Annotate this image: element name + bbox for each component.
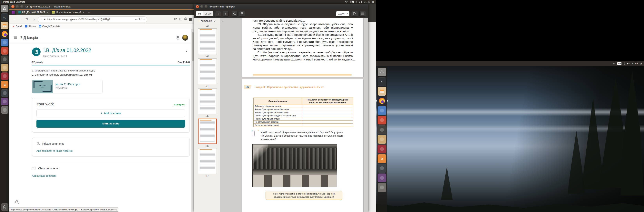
app-dark-dock-icon[interactable] [378,125,386,134]
wifi-icon[interactable] [612,62,616,65]
bookmark-translate[interactable]: G Google Translate [39,25,60,28]
sidebar-toggle-button[interactable] [239,11,245,17]
bookmark-star-icon[interactable]: ☆ [143,18,145,21]
keyboard-layout-indicator[interactable]: Ru [617,62,622,65]
annotate-button[interactable] [351,11,358,17]
bookmark-gmail[interactable]: M Gmail [12,25,22,28]
bluetooth-icon[interactable] [356,1,357,3]
tab-close-icon[interactable]: × [82,11,84,14]
tab-close-icon[interactable]: × [46,11,48,14]
pdf-titlebar[interactable]: × – ▫ Всесвітня історія.pdf [194,4,368,10]
amazon-dock-icon[interactable]: a [1,81,8,88]
volume-icon[interactable] [627,62,630,65]
close-icon[interactable]: × [222,20,224,23]
amazon-dock-icon[interactable]: a [378,154,386,163]
minimize-button[interactable]: – [200,5,203,8]
page-thumbnail[interactable] [198,149,217,174]
trash-dock-icon[interactable] [1,203,8,211]
close-button[interactable]: × [196,5,199,8]
terminal-dock-icon[interactable]: >_ [1,13,8,21]
bluetooth-icon[interactable] [623,62,625,65]
home-button[interactable]: ⌂ [31,17,36,22]
volume-icon[interactable] [359,1,362,3]
app-crimson-dock-icon[interactable] [1,72,8,80]
app-red-dock-icon[interactable] [378,116,386,124]
keyboard-layout-indicator[interactable]: Ru [350,1,354,3]
attachment-title[interactable]: англія 11-15 ст.pptx [56,83,80,86]
app-purple-dock-icon[interactable] [1,98,8,105]
avatar[interactable] [182,35,188,41]
close-button[interactable]: × [11,5,14,8]
page-thumbnail[interactable] [198,89,217,114]
app-slate-dock-icon[interactable] [378,164,386,172]
new-tab-button[interactable]: + [86,11,92,14]
previous-page-button[interactable]: ‹ [215,11,221,17]
help-button[interactable]: ? [15,200,19,204]
wifi-icon[interactable] [344,1,348,3]
scrollbar-thumb[interactable] [192,32,194,61]
url-bar[interactable]: https://classroom.google.com/u/0/c/MzkwM… [38,17,148,22]
app-blue-dock-icon[interactable] [1,39,8,46]
app-slate-dock-icon[interactable] [1,89,8,97]
sidebars-icon[interactable] [179,18,182,21]
app-red-dock-icon[interactable] [1,47,8,55]
scrollbar[interactable] [191,29,194,212]
forward-button[interactable]: → [18,17,23,22]
clock[interactable]: 21:45 [364,1,370,3]
session-gear-icon[interactable]: ⚙ [640,62,642,65]
library-icon[interactable] [174,18,177,21]
course-title[interactable]: 7-Д Історія [20,36,38,40]
sidebar-header[interactable]: Thumbnails [194,18,220,24]
page-actions-icon[interactable]: ⋯ [135,18,138,21]
minimize-button[interactable]: – [16,5,19,8]
mark-as-done-button[interactable]: Mark as done [36,120,185,128]
tab-photo[interactable]: Моя любов — рожевий × [50,10,86,15]
main-menu-icon[interactable] [14,38,17,38]
clock[interactable]: 21:45 [632,62,638,65]
app-gray-dock-icon[interactable] [1,106,8,114]
app-crimson-dock-icon[interactable] [378,145,386,153]
search-button[interactable] [232,11,238,17]
apps-grid-icon[interactable] [176,36,179,40]
app-dark-dock-icon[interactable] [1,56,8,63]
add-or-create-button[interactable]: + Add or create [36,110,185,117]
app-purple-dock-icon[interactable] [378,173,386,182]
tab-classroom[interactable]: І.В. Д/з за 01.02.2022 × [16,10,50,15]
files-archive-dock-icon[interactable] [378,87,386,96]
firefox-dock-icon[interactable] [378,97,386,105]
app-beige-dock-icon[interactable] [378,135,386,144]
app-blue-dock-icon[interactable] [378,106,386,115]
page-thumbnail[interactable] [198,59,217,84]
zoom-control[interactable]: 100% [336,11,350,17]
add-private-comment-link[interactable]: Add comment to Ірина Лисенко [36,149,185,152]
pocket-shield-icon[interactable] [139,18,142,21]
maximize-button[interactable]: ▫ [20,5,24,8]
ubuntu-dock-icon[interactable] [378,68,386,76]
lock-icon[interactable] [44,18,46,21]
shield-icon[interactable] [40,18,42,21]
app-beige-dock-icon[interactable] [1,64,8,71]
menu-icon[interactable] [189,19,192,20]
assignment-kebab-icon[interactable]: ⋮ [183,48,190,53]
back-button[interactable]: ← [11,17,16,22]
attachment-card[interactable]: АНГЛІЯ 11-15 ст. англія 11-15 ст.pptx Po… [32,80,102,93]
page-thumbnail[interactable] [198,119,217,144]
page-thumbnail[interactable] [198,29,217,54]
pdf-menu-button[interactable] [360,11,366,17]
firefox-dock-icon[interactable] [1,30,8,38]
next-page-button[interactable]: › [223,11,228,17]
account-icon[interactable] [184,18,187,21]
add-class-comment-link[interactable]: Add a class comment [32,174,190,177]
bookmark-school[interactable]: Школа [25,25,36,28]
session-gear-icon[interactable]: ⚙ [372,1,374,3]
app-gray-dock-icon[interactable] [378,183,386,192]
reload-button[interactable]: ⟳ [24,17,30,22]
ubuntu-dock-icon[interactable] [1,5,8,12]
maximize-button[interactable]: ▫ [204,5,208,8]
firefox-titlebar[interactable]: × – ▫ І.В. Д/з за 01.02.2022 — Mozilla F… [10,4,194,9]
terminal-dock-icon[interactable]: >_ [378,77,386,86]
pdf-content-area[interactable]: × канним основне майно відповідача...39.… [221,18,368,212]
page-number-input[interactable]: 96 [196,11,203,16]
pinned-tab[interactable] [12,11,15,14]
files-archive-dock-icon[interactable] [1,22,8,29]
